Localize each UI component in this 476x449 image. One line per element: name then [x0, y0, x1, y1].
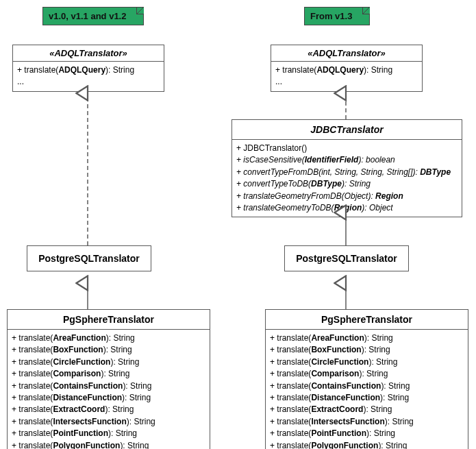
class-adql-translator-left: «ADQLTranslator» + translate(ADQLQuery):… — [12, 45, 164, 92]
methods-compartment: + JDBCTranslator()+ isCaseSensitive(Iden… — [232, 140, 462, 217]
method: + translateGeometryToDB(Region): Object — [236, 202, 458, 214]
class-name: PostgreSQLTranslator — [27, 246, 151, 271]
method: + translate(ContainsFunction): String — [270, 380, 464, 392]
method: + translate(PolygonFunction): String — [12, 440, 205, 449]
method: + convertTypeToDB(DBType): String — [236, 178, 458, 190]
methods-compartment: + translate(ADQLQuery): String... — [271, 62, 422, 91]
method: ... — [275, 76, 418, 88]
method: + translate(AreaFunction): String — [270, 332, 464, 344]
method: + translate(IntersectsFunction): String — [270, 416, 464, 428]
class-name: JDBCTranslator — [232, 120, 462, 140]
method: + translateGeometryFromDB(Object): Regio… — [236, 191, 458, 202]
method: + translate(ADQLQuery): String — [17, 64, 160, 76]
method: + translate(ADQLQuery): String — [275, 64, 418, 76]
class-pgsphere-translator-right: PgSphereTranslator + translate(AreaFunct… — [265, 309, 468, 449]
method: + translate(PointFunction): String — [12, 428, 205, 439]
method: + translate(Comparison): String — [270, 368, 464, 380]
method: + translate(Comparison): String — [12, 368, 205, 380]
method: + translate(AreaFunction): String — [12, 332, 205, 344]
method: + convertTypeFromDB(int, String, String,… — [236, 167, 458, 178]
method: + JDBCTranslator() — [236, 143, 458, 154]
method: + translate(PointFunction): String — [270, 428, 464, 439]
class-name: PgSphereTranslator — [266, 310, 468, 330]
method: + translate(BoxFunction): String — [12, 344, 205, 356]
note-version-right: From v1.3 — [304, 7, 370, 25]
class-jdbc-translator: JDBCTranslator + JDBCTranslator()+ isCas… — [231, 119, 462, 217]
class-stereotype: «ADQLTranslator» — [13, 45, 164, 62]
method: + translate(ContainsFunction): String — [12, 380, 205, 392]
method: + translate(IntersectsFunction): String — [12, 416, 205, 428]
method: + translate(DistanceFunction): String — [270, 392, 464, 404]
class-adql-translator-right: «ADQLTranslator» + translate(ADQLQuery):… — [271, 45, 423, 92]
class-postgres-translator-right: PostgreSQLTranslator — [284, 245, 409, 271]
method: + translate(ExtractCoord): String — [270, 404, 464, 415]
class-pgsphere-translator-left: PgSphereTranslator + translate(AreaFunct… — [7, 309, 210, 449]
methods-compartment: + translate(AreaFunction): String+ trans… — [266, 330, 468, 449]
note-version-left: v1.0, v1.1 and v1.2 — [42, 7, 144, 25]
method: + translate(ExtractCoord): String — [12, 404, 205, 415]
method: + translate(CircleFunction): String — [12, 356, 205, 368]
note-text: From v1.3 — [310, 11, 352, 21]
note-text: v1.0, v1.1 and v1.2 — [49, 11, 126, 21]
class-stereotype: «ADQLTranslator» — [271, 45, 422, 62]
method: + translate(PolygonFunction): String — [270, 440, 464, 449]
methods-compartment: + translate(AreaFunction): String+ trans… — [8, 330, 210, 449]
method: + isCaseSensitive(IdentifierField): bool… — [236, 154, 458, 166]
method: + translate(BoxFunction): String — [270, 344, 464, 356]
method: ... — [17, 76, 160, 88]
method: + translate(CircleFunction): String — [270, 356, 464, 368]
class-name: PgSphereTranslator — [8, 310, 210, 330]
class-name: PostgreSQLTranslator — [285, 246, 408, 271]
methods-compartment: + translate(ADQLQuery): String... — [13, 62, 164, 91]
method: + translate(DistanceFunction): String — [12, 392, 205, 404]
class-postgres-translator-left: PostgreSQLTranslator — [27, 245, 151, 271]
